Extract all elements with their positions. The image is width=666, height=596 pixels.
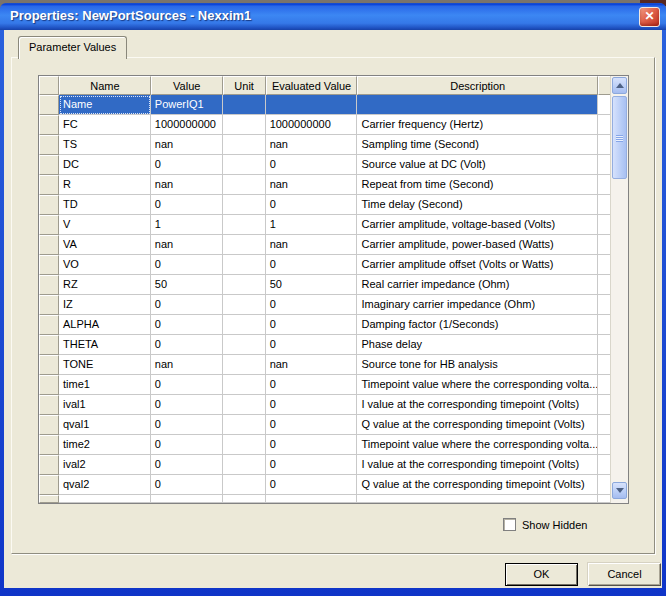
row-header-cell[interactable]: [39, 335, 59, 355]
tab-parameter-values[interactable]: Parameter Values: [18, 36, 127, 59]
table-row[interactable]: R nan nan Repeat from time (Second): [39, 175, 610, 195]
table-row[interactable]: ival2 0 0 I value at the corresponding t…: [39, 455, 610, 475]
table-row[interactable]: ival1 0 0 I value at the corresponding t…: [39, 395, 610, 415]
column-header-name[interactable]: Name: [59, 76, 151, 95]
row-header-cell[interactable]: [39, 475, 59, 495]
show-hidden-row: Show Hidden: [503, 518, 587, 531]
table-row[interactable]: TONE nan nan Source tone for HB analysis: [39, 355, 610, 375]
row-header-cell[interactable]: [39, 95, 59, 115]
row-header-cell[interactable]: [39, 315, 59, 335]
table-header-row: Name Value Unit Evaluated Value Descript…: [39, 76, 610, 95]
table-row-partial: [39, 495, 610, 503]
table-rows: Name PowerIQ1 FC 1000000000 1000000000 C…: [39, 95, 610, 495]
column-header-unit[interactable]: Unit: [223, 76, 266, 95]
properties-dialog: Properties: NewPortSources - Nexxim1 ✕ P…: [0, 3, 666, 596]
scroll-up-icon: [616, 83, 624, 88]
ok-button[interactable]: OK: [505, 563, 578, 586]
table-row[interactable]: Name PowerIQ1: [39, 95, 610, 115]
table-row[interactable]: VO 0 0 Carrier amplitude offset (Volts o…: [39, 255, 610, 275]
row-header-cell[interactable]: [39, 455, 59, 475]
row-header-cell[interactable]: [39, 135, 59, 155]
cancel-button[interactable]: Cancel: [588, 563, 661, 586]
column-header-value[interactable]: Value: [151, 76, 223, 95]
vertical-scrollbar[interactable]: [610, 76, 628, 503]
row-header-cell[interactable]: [39, 115, 59, 135]
corner-header-cell[interactable]: [39, 76, 59, 95]
table-row[interactable]: DC 0 0 Source value at DC (Volt): [39, 155, 610, 175]
parameters-table: Name Value Unit Evaluated Value Descript…: [38, 75, 629, 504]
table-row[interactable]: TS nan nan Sampling time (Second): [39, 135, 610, 155]
row-header-cell[interactable]: [39, 215, 59, 235]
dialog-body: Parameter Values Name Value Unit Evaluat…: [4, 30, 662, 588]
show-hidden-checkbox[interactable]: [503, 518, 516, 531]
titlebar[interactable]: Properties: NewPortSources - Nexxim1 ✕: [0, 3, 666, 30]
close-icon[interactable]: ✕: [639, 7, 660, 27]
scroll-down-icon: [616, 488, 624, 493]
column-header-evaluated-value[interactable]: Evaluated Value: [266, 76, 358, 95]
row-header-cell[interactable]: [39, 175, 59, 195]
table-row[interactable]: qval1 0 0 Q value at the corresponding t…: [39, 415, 610, 435]
table-row[interactable]: time1 0 0 Timepoint value where the corr…: [39, 375, 610, 395]
table-row[interactable]: IZ 0 0 Imaginary carrier impedance (Ohm): [39, 295, 610, 315]
table-row[interactable]: RZ 50 50 Real carrier impedance (Ohm): [39, 275, 610, 295]
table-row[interactable]: V 1 1 Carrier amplitude, voltage-based (…: [39, 215, 610, 235]
table-row[interactable]: TD 0 0 Time delay (Second): [39, 195, 610, 215]
table-columns-area: Name Value Unit Evaluated Value Descript…: [39, 76, 610, 503]
scrollbar-thumb[interactable]: [612, 96, 627, 179]
scroll-up-button[interactable]: [612, 77, 627, 94]
table-row[interactable]: FC 1000000000 1000000000 Carrier frequen…: [39, 115, 610, 135]
window-title: Properties: NewPortSources - Nexxim1: [10, 8, 251, 23]
scroll-down-button[interactable]: [612, 482, 627, 499]
table-row[interactable]: time2 0 0 Timepoint value where the corr…: [39, 435, 610, 455]
show-hidden-label: Show Hidden: [522, 519, 587, 531]
row-header-cell[interactable]: [39, 355, 59, 375]
row-header-cell[interactable]: [39, 255, 59, 275]
row-header-cell[interactable]: [39, 235, 59, 255]
column-header-description[interactable]: Description: [357, 76, 598, 95]
column-header-filler: [598, 76, 610, 95]
row-header-cell[interactable]: [39, 275, 59, 295]
row-header-cell[interactable]: [39, 435, 59, 455]
row-header-cell[interactable]: [39, 155, 59, 175]
row-header-cell[interactable]: [39, 395, 59, 415]
row-header-cell[interactable]: [39, 375, 59, 395]
table-row[interactable]: VA nan nan Carrier amplitude, power-base…: [39, 235, 610, 255]
table-row[interactable]: qval2 0 0 Q value at the corresponding t…: [39, 475, 610, 495]
table-row[interactable]: THETA 0 0 Phase delay: [39, 335, 610, 355]
row-header-cell[interactable]: [39, 195, 59, 215]
row-header-cell[interactable]: [39, 415, 59, 435]
row-header-cell[interactable]: [39, 295, 59, 315]
table-row[interactable]: ALPHA 0 0 Damping factor (1/Seconds): [39, 315, 610, 335]
